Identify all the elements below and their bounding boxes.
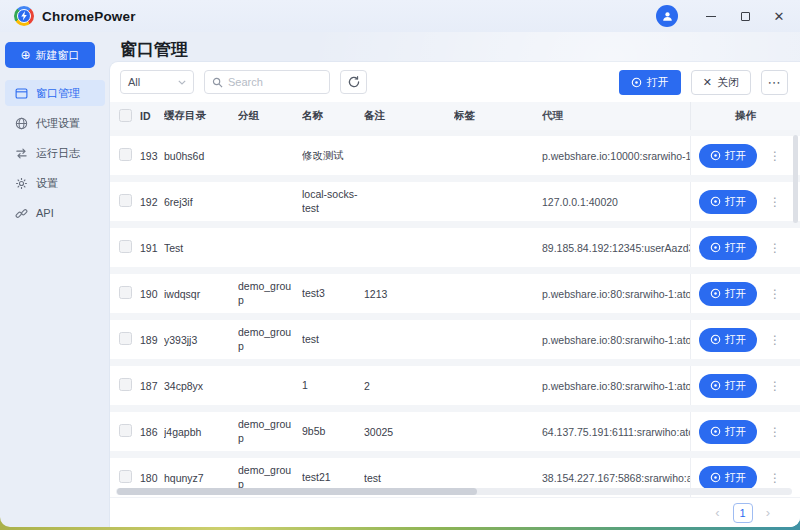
- row-open-label: 打开: [725, 333, 746, 347]
- minimize-icon: [706, 16, 716, 17]
- prev-page-icon[interactable]: ‹: [715, 505, 719, 520]
- row-more-icon[interactable]: ⋮: [769, 333, 781, 347]
- close-selected-label: 关闭: [717, 75, 739, 90]
- row-checkbox[interactable]: [119, 332, 132, 345]
- row-open-button[interactable]: 打开: [699, 420, 757, 444]
- open-circle-icon: [710, 288, 721, 299]
- cell-action: 打开 ⋮: [690, 274, 800, 313]
- row-open-label: 打开: [725, 471, 746, 485]
- titlebar: ChromePower ✕: [0, 0, 800, 32]
- vertical-scrollbar[interactable]: [793, 135, 798, 223]
- app-window: ChromePower ✕ ⊕ 新建窗口: [0, 0, 800, 527]
- row-more-icon[interactable]: ⋮: [769, 195, 781, 209]
- cell-group: demo_group: [238, 326, 302, 352]
- sidebar-item-label: 设置: [36, 176, 58, 191]
- row-open-button[interactable]: 打开: [699, 328, 757, 352]
- header-tag: 标签: [454, 109, 542, 123]
- close-button[interactable]: ✕: [764, 3, 794, 29]
- row-checkbox[interactable]: [119, 378, 132, 391]
- cell-id: 192: [140, 196, 164, 208]
- search-input[interactable]: [228, 76, 322, 88]
- row-open-label: 打开: [725, 425, 746, 439]
- close-selected-button[interactable]: ✕ 关闭: [691, 70, 751, 95]
- table-row[interactable]: 193 bu0hs6d 修改测试 p.webshare.io:10000:sra…: [110, 136, 800, 175]
- globe-icon: [15, 117, 28, 130]
- header-remark: 备注: [364, 109, 454, 123]
- row-checkbox[interactable]: [119, 148, 132, 161]
- table-row[interactable]: 192 6rej3if local-socks-test 127.0.0.1:4…: [110, 182, 800, 221]
- open-circle-icon: [710, 334, 721, 345]
- sidebar-item-run-logs[interactable]: 运行日志: [5, 140, 105, 166]
- cell-cache-dir: iwdqsqr: [164, 288, 238, 300]
- horizontal-scrollbar-track: [116, 488, 792, 495]
- cell-name: 9b5b: [302, 425, 364, 438]
- cell-id: 193: [140, 150, 164, 162]
- cell-remark: 2: [364, 380, 454, 392]
- cell-cache-dir: bu0hs6d: [164, 150, 238, 162]
- close-x-icon: ✕: [703, 76, 712, 89]
- row-open-button[interactable]: 打开: [699, 190, 757, 214]
- header-name: 名称: [302, 109, 364, 122]
- minimize-button[interactable]: [696, 3, 726, 29]
- table-row[interactable]: 187 34cp8yx 1 2 p.webshare.io:80:srarwih…: [110, 366, 800, 405]
- select-all-checkbox[interactable]: [119, 109, 132, 122]
- row-more-icon[interactable]: ⋮: [769, 471, 781, 485]
- row-more-icon[interactable]: ⋮: [769, 287, 781, 301]
- filter-select[interactable]: All: [120, 70, 194, 94]
- cell-proxy: 127.0.0.1:40020: [542, 196, 690, 208]
- open-selected-label: 打开: [647, 75, 669, 90]
- sidebar-item-proxy-settings[interactable]: 代理设置: [5, 110, 105, 136]
- row-more-icon[interactable]: ⋮: [769, 425, 781, 439]
- new-window-button[interactable]: ⊕ 新建窗口: [5, 42, 95, 68]
- row-checkbox[interactable]: [119, 194, 132, 207]
- sidebar-item-api[interactable]: API: [5, 200, 105, 226]
- row-open-label: 打开: [725, 241, 746, 255]
- open-selected-button[interactable]: 打开: [619, 70, 681, 95]
- cell-remark: 1213: [364, 288, 454, 300]
- horizontal-scrollbar-thumb[interactable]: [117, 488, 477, 495]
- sidebar-item-label: 代理设置: [36, 116, 80, 131]
- sidebar-item-settings[interactable]: 设置: [5, 170, 105, 196]
- cell-id: 186: [140, 426, 164, 438]
- current-page-button[interactable]: 1: [733, 503, 753, 523]
- row-checkbox[interactable]: [119, 424, 132, 437]
- row-open-button[interactable]: 打开: [699, 282, 757, 306]
- next-page-icon[interactable]: ›: [766, 505, 770, 520]
- cell-cache-dir: 34cp8yx: [164, 380, 238, 392]
- table-row[interactable]: 186 j4gapbh demo_group 9b5b 30025 64.137…: [110, 412, 800, 451]
- more-actions-button[interactable]: ⋯: [761, 70, 788, 95]
- row-open-button[interactable]: 打开: [699, 374, 757, 398]
- row-checkbox[interactable]: [119, 286, 132, 299]
- cell-action: 打开 ⋮: [690, 136, 800, 175]
- cell-id: 189: [140, 334, 164, 346]
- row-more-icon[interactable]: ⋮: [769, 149, 781, 163]
- row-open-button[interactable]: 打开: [699, 144, 757, 168]
- sidebar-item-label: API: [36, 207, 54, 219]
- table-row[interactable]: 189 y393jj3 demo_group test p.webshare.i…: [110, 320, 800, 359]
- refresh-button[interactable]: [340, 70, 367, 94]
- row-checkbox[interactable]: [119, 240, 132, 253]
- link-icon: [15, 207, 28, 220]
- open-circle-icon: [710, 380, 721, 391]
- cell-action: 打开 ⋮: [690, 228, 800, 267]
- row-more-icon[interactable]: ⋮: [769, 241, 781, 255]
- user-avatar[interactable]: [656, 5, 678, 27]
- sidebar-item-window-management[interactable]: 窗口管理: [5, 80, 105, 106]
- cell-group: demo_group: [238, 464, 302, 490]
- cell-id: 190: [140, 288, 164, 300]
- row-more-icon[interactable]: ⋮: [769, 379, 781, 393]
- maximize-icon: [741, 12, 750, 21]
- cell-remark: 30025: [364, 426, 454, 438]
- table-row[interactable]: 190 iwdqsqr demo_group test3 1213 p.webs…: [110, 274, 800, 313]
- maximize-button[interactable]: [730, 3, 760, 29]
- open-circle-icon: [710, 242, 721, 253]
- header-proxy: 代理: [542, 109, 690, 123]
- page-title: 窗口管理: [110, 32, 800, 62]
- gear-icon: [15, 177, 28, 190]
- row-checkbox[interactable]: [119, 470, 132, 483]
- table-row[interactable]: 191 Test 89.185.84.192:12345:userAazd312…: [110, 228, 800, 267]
- row-open-button[interactable]: 打开: [699, 236, 757, 260]
- header-group: 分组: [238, 109, 302, 122]
- row-open-button[interactable]: 打开: [699, 466, 757, 490]
- sidebar-nav: 窗口管理 代理设置 运行日志: [0, 80, 110, 226]
